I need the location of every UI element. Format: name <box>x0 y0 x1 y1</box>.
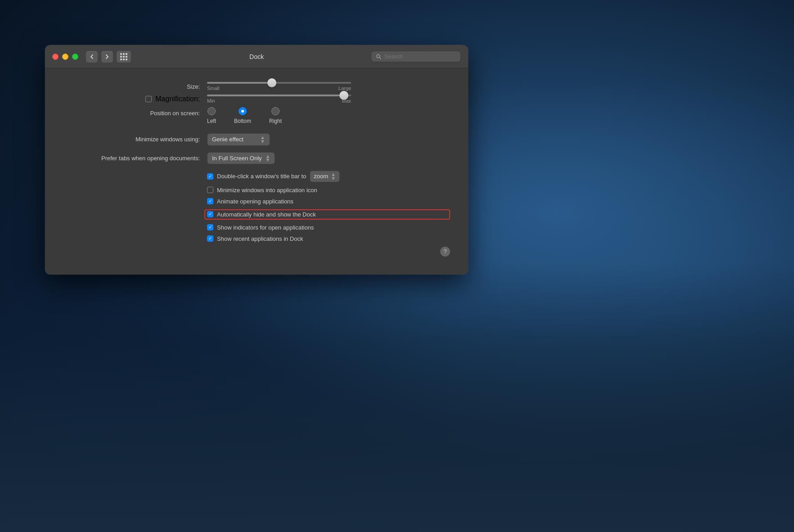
bottom-section: Show recent applications in Dock ? <box>207 235 450 257</box>
show-recent-label: Show recent applications in Dock <box>217 235 303 242</box>
double-click-label-before: Double-click a window's title bar to <box>217 173 306 180</box>
position-right-option[interactable]: Right <box>269 107 282 124</box>
window-title: Dock <box>249 53 264 60</box>
magnification-slider-track[interactable] <box>207 95 351 96</box>
size-slider-thumb[interactable] <box>267 78 276 87</box>
size-slider-labels: Small Large <box>207 86 351 91</box>
show-indicators-checkbox[interactable] <box>207 224 213 230</box>
show-recent-checkbox[interactable] <box>207 235 213 242</box>
prefer-tabs-row: Prefer tabs when opening documents: In F… <box>63 152 450 165</box>
zoom-dropdown-value: zoom <box>314 173 328 180</box>
magnification-label-area: Magnification: <box>63 95 207 103</box>
animate-checkbox[interactable] <box>207 198 213 204</box>
show-indicators-row: Show indicators for open applications <box>207 224 450 231</box>
magnification-slider-container: Min Max <box>207 95 450 104</box>
auto-hide-label: Automatically hide and show the Dock <box>217 211 316 218</box>
show-recent-row: Show recent applications in Dock <box>207 235 450 242</box>
size-row: Size: Small Large <box>63 82 450 91</box>
help-button[interactable]: ? <box>440 247 450 257</box>
grid-view-button[interactable] <box>116 50 131 63</box>
magnification-label: Magnification: <box>155 95 200 103</box>
magnification-slider-labels: Min Max <box>207 98 351 104</box>
nav-buttons <box>86 50 113 63</box>
size-label: Size: <box>63 83 207 90</box>
checkboxes-section: Double-click a window's title bar to zoo… <box>207 171 450 257</box>
minimize-using-row: Minimize windows using: Genie effect ▲ ▼ <box>63 133 450 146</box>
prefer-tabs-value: In Full Screen Only <box>212 155 262 162</box>
zoom-dropdown-arrows-icon: ▲ ▼ <box>331 172 336 180</box>
auto-hide-checkbox[interactable] <box>207 211 213 217</box>
prefer-tabs-dropdown[interactable]: In Full Screen Only ▲ ▼ <box>207 152 275 165</box>
size-slider-track[interactable] <box>207 82 351 84</box>
size-large-label: Large <box>338 86 351 91</box>
position-left-radio[interactable] <box>208 107 216 115</box>
titlebar: Dock <box>45 45 468 68</box>
minimize-using-value: Genie effect <box>212 136 257 143</box>
magnification-row: Magnification: Min Max <box>63 95 450 104</box>
double-click-checkbox[interactable] <box>207 173 213 180</box>
magnification-min-label: Min <box>207 98 215 104</box>
search-icon <box>376 54 382 60</box>
double-click-row: Double-click a window's title bar to zoo… <box>207 171 450 182</box>
size-slider-container: Small Large <box>207 82 450 91</box>
traffic-lights <box>52 54 78 60</box>
minimize-button[interactable] <box>62 54 68 60</box>
magnification-slider-thumb[interactable] <box>339 91 348 100</box>
prefer-tabs-label: Prefer tabs when opening documents: <box>63 155 207 162</box>
minimize-into-icon-row: Minimize windows into application icon <box>207 187 450 194</box>
size-slider-fill <box>207 82 272 84</box>
show-indicators-label: Show indicators for open applications <box>217 224 314 231</box>
position-row: Position on screen: Left Bottom Right <box>63 107 450 124</box>
minimize-into-icon-checkbox[interactable] <box>207 187 213 193</box>
forward-button[interactable] <box>101 50 113 63</box>
size-small-label: Small <box>207 86 220 91</box>
minimize-using-dropdown[interactable]: Genie effect ▲ ▼ <box>207 133 270 146</box>
magnification-checkbox[interactable] <box>145 96 152 102</box>
minimize-using-label: Minimize windows using: <box>63 136 207 143</box>
magnification-slider-fill <box>207 95 344 96</box>
maximize-button[interactable] <box>72 54 78 60</box>
dropdown-arrows-icon: ▲ ▼ <box>260 135 265 144</box>
back-button[interactable] <box>86 50 98 63</box>
auto-hide-row: Automatically hide and show the Dock <box>204 209 450 220</box>
position-radio-group: Left Bottom Right <box>207 107 282 124</box>
position-right-radio[interactable] <box>271 107 280 115</box>
position-bottom-option[interactable]: Bottom <box>234 107 251 124</box>
animate-row: Animate opening applications <box>207 198 450 205</box>
zoom-dropdown[interactable]: zoom ▲ ▼ <box>310 171 340 182</box>
mountain-background <box>0 262 794 532</box>
grid-icon <box>120 53 127 60</box>
svg-point-0 <box>377 54 380 58</box>
position-right-label: Right <box>269 118 282 124</box>
position-bottom-radio[interactable] <box>239 107 247 115</box>
settings-window: Dock Size: Small Large <box>45 45 468 275</box>
position-label: Position on screen: <box>63 107 207 117</box>
window-content: Size: Small Large Magnification: <box>45 68 468 275</box>
close-button[interactable] <box>52 54 59 60</box>
minimize-into-icon-label: Minimize windows into application icon <box>217 187 317 194</box>
position-left-label: Left <box>207 118 216 124</box>
search-input[interactable] <box>384 53 456 60</box>
prefer-tabs-dropdown-arrows-icon: ▲ ▼ <box>266 154 271 162</box>
search-box[interactable] <box>371 51 461 62</box>
position-bottom-label: Bottom <box>234 118 251 124</box>
svg-line-1 <box>379 57 381 59</box>
animate-label: Animate opening applications <box>217 198 293 205</box>
position-left-option[interactable]: Left <box>207 107 216 124</box>
